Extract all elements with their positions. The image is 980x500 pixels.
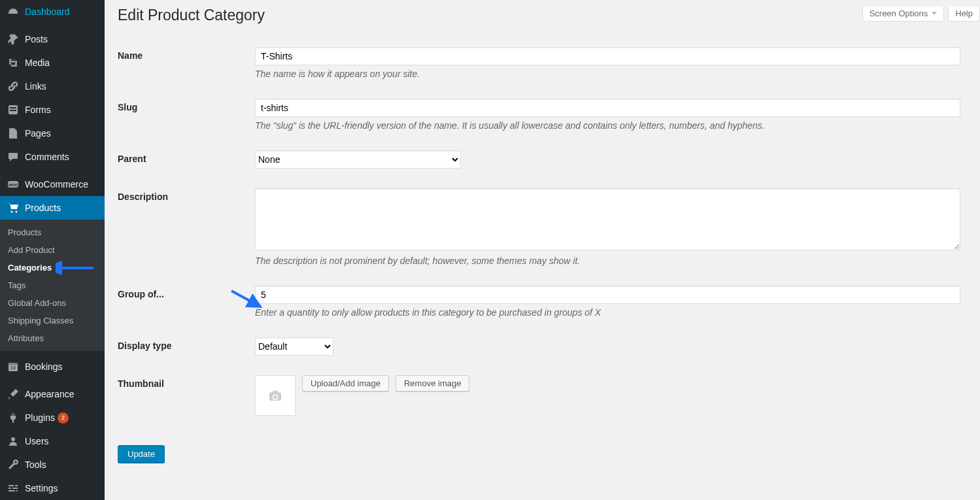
thumbnail-label: Thumbnail [118, 365, 255, 425]
sidebar-item-label: Media [25, 58, 50, 68]
screen-options-label: Screen Options [870, 8, 928, 18]
sidebar-item-dashboard[interactable]: Dashboard [0, 0, 105, 24]
sidebar-item-media[interactable]: Media [0, 51, 105, 75]
chevron-down-icon [932, 12, 937, 15]
slug-input[interactable] [255, 99, 960, 117]
sidebar-item-label: Links [25, 81, 46, 92]
submenu-add-product[interactable]: Add Product [0, 241, 105, 259]
sidebar-item-label: Users [25, 436, 49, 446]
sidebar-item-comments[interactable]: Comments [0, 145, 105, 169]
submenu-tags[interactable]: Tags [0, 276, 105, 294]
sidebar-item-plugins[interactable]: Plugins2 [0, 406, 105, 429]
description-desc: The description is not prominent by defa… [255, 256, 960, 266]
svg-text:10: 10 [10, 365, 16, 370]
svg-point-6 [16, 211, 18, 213]
display-type-label: Display type [118, 327, 255, 365]
sidebar-item-products[interactable]: Products [0, 196, 105, 220]
admin-sidebar: DashboardPostsMediaLinksFormsPagesCommen… [0, 0, 105, 500]
upload-image-button[interactable]: Upload/Add image [302, 375, 389, 392]
edit-category-form: Name The name is how it appears on your … [118, 37, 967, 425]
svg-rect-8 [8, 363, 18, 365]
remove-image-button[interactable]: Remove image [396, 375, 469, 392]
sidebar-item-label: Pages [25, 128, 51, 139]
group-of-input[interactable] [255, 286, 960, 304]
comment-icon [7, 150, 20, 163]
sidebar-item-users[interactable]: Users [0, 429, 105, 453]
group-of-desc: Enter a quantity to only allow products … [255, 307, 960, 318]
sidebar-item-bookings[interactable]: 10Bookings [0, 355, 105, 378]
submenu-attributes[interactable]: Attributes [0, 329, 105, 347]
svg-point-10 [11, 437, 15, 441]
woo-icon: woo [7, 178, 20, 191]
update-count-badge: 2 [58, 412, 69, 424]
sidebar-item-forms[interactable]: Forms [0, 98, 105, 122]
sidebar-item-posts[interactable]: Posts [0, 27, 105, 51]
link-icon [7, 80, 20, 93]
sidebar-item-settings[interactable]: Settings [0, 476, 105, 500]
description-label: Description [118, 178, 255, 276]
content-area: Screen Options Help Edit Product Categor… [105, 7, 980, 500]
page-icon [7, 127, 20, 140]
sidebar-item-label: Forms [25, 105, 51, 115]
products-submenu: ProductsAdd ProductCategoriesTagsGlobal … [0, 220, 105, 351]
cart-icon [7, 201, 20, 214]
dashboard-icon [7, 5, 20, 18]
sidebar-item-label: Comments [25, 152, 69, 162]
top-screen-tabs: Screen Options Help [862, 7, 980, 22]
submenu-categories[interactable]: Categories [0, 259, 105, 276]
sidebar-item-label: Posts [25, 34, 48, 44]
sidebar-item-label: Tools [25, 459, 46, 470]
media-icon [7, 56, 20, 69]
sidebar-item-label: Dashboard [25, 7, 70, 17]
thumbnail-preview [255, 375, 296, 416]
sidebar-item-tools[interactable]: Tools [0, 453, 105, 476]
update-button[interactable]: Update [118, 445, 165, 463]
parent-label: Parent [118, 141, 255, 178]
sidebar-item-label: Settings [25, 483, 58, 493]
description-textarea[interactable] [255, 188, 960, 250]
sidebar-item-label: Plugins [25, 412, 55, 423]
pin-icon [7, 33, 20, 46]
sliders-icon [7, 482, 20, 495]
plug-icon [7, 411, 20, 424]
display-type-select[interactable]: Default [255, 337, 333, 356]
calendar-icon: 10 [7, 360, 20, 373]
sidebar-item-label: Products [25, 203, 61, 213]
sidebar-item-pages[interactable]: Pages [0, 122, 105, 145]
brush-icon [7, 388, 20, 401]
user-icon [7, 435, 20, 448]
submenu-shipping-classes[interactable]: Shipping Classes [0, 312, 105, 329]
help-button[interactable]: Help [948, 7, 980, 22]
sidebar-item-label: Appearance [25, 389, 75, 399]
submenu-global-addons[interactable]: Global Add-ons [0, 294, 105, 312]
slug-desc: The “slug” is the URL-friendly version o… [255, 120, 960, 131]
screen-options-button[interactable]: Screen Options [862, 7, 945, 22]
form-icon [7, 103, 20, 116]
name-input[interactable] [255, 47, 960, 65]
help-label: Help [955, 8, 973, 18]
svg-point-5 [11, 211, 13, 213]
svg-rect-2 [10, 110, 16, 111]
camera-icon [268, 390, 282, 401]
sidebar-item-appearance[interactable]: Appearance [0, 382, 105, 406]
name-label: Name [118, 37, 255, 89]
submenu-products[interactable]: Products [0, 224, 105, 241]
svg-rect-1 [10, 107, 16, 108]
parent-select[interactable]: None [255, 150, 461, 169]
sidebar-item-label: Bookings [25, 361, 63, 372]
sidebar-item-woocommerce[interactable]: wooWooCommerce [0, 173, 105, 196]
page-title: Edit Product Category [118, 7, 967, 24]
svg-text:woo: woo [8, 182, 18, 187]
wrench-icon [7, 458, 20, 471]
slug-label: Slug [118, 89, 255, 141]
group-of-label: Group of... [118, 276, 255, 327]
name-desc: The name is how it appears on your site. [255, 69, 960, 79]
sidebar-item-label: WooCommerce [25, 179, 88, 190]
sidebar-item-links[interactable]: Links [0, 75, 105, 98]
